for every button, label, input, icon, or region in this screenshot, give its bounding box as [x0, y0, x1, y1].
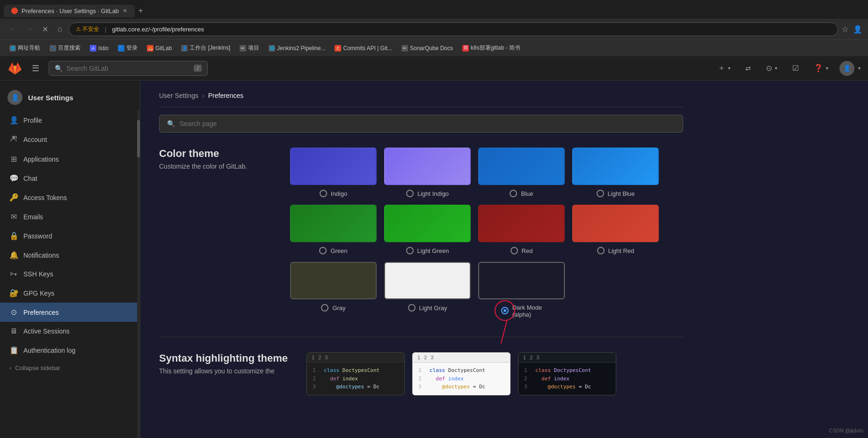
radio-dark-mode[interactable]: [501, 307, 509, 314]
sidebar-item-active-sessions[interactable]: 🖥 Active Sessions: [0, 322, 137, 341]
radio-blue[interactable]: [510, 190, 517, 197]
collapse-sidebar-button[interactable]: ‹ Collapse sidebar: [0, 360, 137, 376]
gitlab-logo[interactable]: [7, 61, 22, 76]
bookmark-star-button[interactable]: ☆: [842, 25, 848, 34]
color-label-gray: Gray: [321, 304, 345, 312]
notifications-icon: 🔔: [9, 251, 18, 260]
sidebar-scrollbar[interactable]: [137, 111, 140, 438]
help-button[interactable]: ❓ ▾: [810, 62, 832, 74]
bookmark-project[interactable]: ✂ 项目: [236, 43, 263, 53]
color-swatch-blue[interactable]: [478, 148, 565, 185]
sidebar-item-ssh-keys[interactable]: 🗝 SSH Keys: [0, 265, 137, 283]
code-preview-light[interactable]: 1 2 3 1 class DoctypesCont 2 def in: [412, 352, 511, 395]
new-tab-button[interactable]: +: [139, 7, 143, 15]
sidebar-item-emails[interactable]: ✉ Emails: [0, 207, 137, 226]
bookmark-istio[interactable]: A Istio: [86, 44, 112, 52]
tab-close-button[interactable]: ✕: [123, 7, 127, 14]
syntax-theme-description: This setting allows you to customize the: [159, 367, 288, 375]
global-search-box[interactable]: 🔍 /: [49, 61, 208, 76]
authentication-log-icon: 📋: [9, 346, 18, 355]
color-swatch-light-blue[interactable]: [572, 148, 659, 185]
sidebar-item-label-account: Account: [23, 136, 47, 143]
todo-button[interactable]: ☑: [788, 62, 802, 74]
radio-light-blue[interactable]: [597, 190, 604, 197]
svg-point-1: [15, 136, 17, 138]
reload-button[interactable]: ✕: [39, 23, 51, 36]
merge-requests-button[interactable]: ⇄: [742, 63, 755, 74]
sidebar-item-password[interactable]: 🔒 Password: [0, 226, 137, 245]
search-page-input[interactable]: [180, 120, 675, 127]
back-button[interactable]: ←: [6, 23, 19, 35]
bookmark-jenkins2[interactable]: 🌐 Jenkins2 Pipeline...: [265, 44, 329, 52]
sidebar-item-label-password: Password: [23, 232, 52, 240]
password-icon: 🔒: [9, 231, 18, 240]
color-card-light-blue: Light Blue: [572, 148, 659, 197]
user-avatar-button[interactable]: 👤: [839, 61, 854, 76]
radio-gray[interactable]: [321, 304, 328, 312]
forward-button[interactable]: →: [22, 23, 36, 35]
color-swatch-light-red[interactable]: [572, 205, 659, 242]
code-preview-colored[interactable]: 1 2 3 1 class DoctypesCont 2 def in: [518, 352, 616, 395]
bookmark-login[interactable]: 🔵 登录: [114, 43, 141, 53]
bookmark-gitlab[interactable]: 🦊 GitLab: [143, 44, 175, 52]
radio-green[interactable]: [319, 247, 327, 254]
color-swatch-indigo[interactable]: [290, 148, 377, 185]
tab-favicon: [11, 7, 18, 14]
color-label-light-blue: Light Blue: [597, 190, 635, 197]
help-icon: ❓: [814, 64, 823, 73]
radio-light-red[interactable]: [597, 247, 605, 254]
browser-nav-bar: ← → ✕ ⌂ ⚠ 不安全 | gitlab.core.ez/-/profile…: [0, 19, 868, 39]
bookmark-label-k8s: k8s部署gitlab - 简书: [471, 44, 520, 52]
radio-light-green[interactable]: [406, 247, 414, 254]
bookmark-baidu[interactable]: 🐾 百度搜索: [46, 43, 84, 53]
color-swatch-light-indigo[interactable]: [384, 148, 471, 185]
bookmark-wangzhi[interactable]: 🌐 网址导航: [6, 43, 44, 53]
radio-light-indigo[interactable]: [406, 190, 414, 197]
breadcrumb-parent-link[interactable]: User Settings: [159, 92, 198, 99]
address-bar[interactable]: ⚠ 不安全 | gitlab.core.ez/-/profile/prefere…: [69, 22, 838, 36]
home-button[interactable]: ⌂: [55, 23, 65, 35]
issues-button[interactable]: ⊙ ▾: [762, 62, 781, 74]
sidebar-item-gpg-keys[interactable]: 🔐 GPG Keys: [0, 283, 137, 303]
bookmark-sonar[interactable]: ✂ SonarQube Docs: [398, 44, 457, 52]
color-swatch-gray[interactable]: [290, 262, 377, 299]
sidebar-item-chat[interactable]: 💬 Chat: [0, 169, 137, 188]
create-new-button[interactable]: ＋ ▾: [714, 61, 734, 75]
main-layout: 👤 User Settings 👤 Profile Account ⊞ Appl…: [0, 81, 868, 438]
todo-icon: ☑: [792, 64, 799, 73]
color-label-indigo: Indigo: [320, 190, 347, 197]
global-search-input[interactable]: [66, 65, 190, 72]
color-swatch-red[interactable]: [478, 205, 565, 242]
bookmark-favicon-login: 🔵: [118, 45, 124, 52]
color-swatch-light-gray[interactable]: [384, 262, 471, 299]
bookmarks-bar: 🌐 网址导航 🐾 百度搜索 A Istio 🔵 登录 🦊 GitLab 👤 工作…: [0, 39, 868, 56]
bookmark-favicon-wangzhi: 🌐: [9, 45, 16, 52]
bookmark-jenkins[interactable]: 👤 工作台 [Jenkins]: [177, 43, 234, 53]
radio-red[interactable]: [511, 247, 518, 254]
sidebar-item-access-tokens[interactable]: 🔑 Access Tokens: [0, 188, 137, 207]
search-page-box[interactable]: 🔍: [159, 115, 683, 133]
applications-icon: ⊞: [9, 155, 18, 163]
color-swatch-green[interactable]: [290, 205, 377, 242]
color-name-indigo: Indigo: [331, 190, 347, 197]
bookmark-commits[interactable]: C Commits API | Git...: [331, 44, 395, 52]
sidebar-item-notifications[interactable]: 🔔 Notifications: [0, 245, 137, 265]
sidebar-item-label-access-tokens: Access Tokens: [23, 194, 67, 201]
sidebar-item-account[interactable]: Account: [0, 130, 137, 149]
code-preview-dark[interactable]: 1 2 3 1 class DoctypesCont 2 def in: [306, 352, 405, 395]
profile-icon-button[interactable]: 👤: [853, 25, 862, 34]
radio-indigo[interactable]: [320, 190, 327, 197]
radio-light-gray[interactable]: [408, 304, 416, 312]
hamburger-menu-button[interactable]: ☰: [28, 61, 43, 75]
color-swatch-dark-mode[interactable]: [478, 262, 565, 299]
sidebar-item-profile[interactable]: 👤 Profile: [0, 111, 137, 130]
sidebar-item-preferences[interactable]: ⊙ Preferences: [0, 303, 137, 322]
color-theme-left: Color theme Customize the color of GitLa…: [159, 148, 271, 181]
active-tab[interactable]: Preferences · User Settings · GitLab ✕: [4, 5, 135, 17]
sidebar-item-label-notifications: Notifications: [23, 252, 59, 259]
sidebar-item-applications[interactable]: ⊞ Applications: [0, 149, 137, 169]
color-swatch-light-green[interactable]: [384, 205, 471, 242]
bookmark-k8s[interactable]: 简 k8s部署gitlab - 简书: [459, 43, 524, 53]
bookmark-label-istio: Istio: [98, 45, 109, 52]
sidebar-item-authentication-log[interactable]: 📋 Authentication log: [0, 341, 137, 360]
